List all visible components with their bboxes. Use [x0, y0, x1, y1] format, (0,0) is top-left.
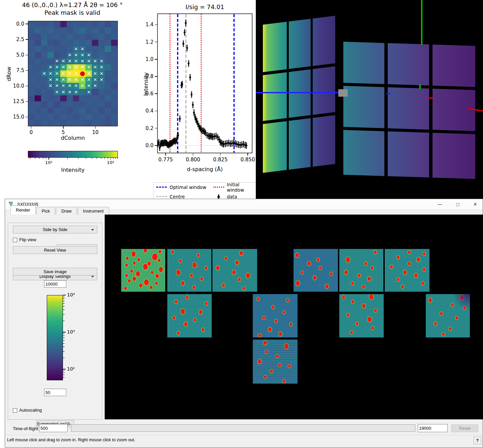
- y-tick-label: 2.5: [10, 36, 24, 42]
- chevron-down-icon: [91, 276, 94, 278]
- x-tick-label: 0.775: [156, 157, 175, 163]
- heatmap-cell: [73, 107, 79, 114]
- isig-plot-canvas[interactable]: [157, 13, 252, 153]
- peak-spot: [158, 259, 161, 262]
- legend-sample-dotted: [213, 185, 224, 190]
- heatmap-cell: [28, 64, 35, 70]
- heatmap-cell: [105, 101, 111, 107]
- heatmap-cell: ✕: [85, 89, 92, 95]
- instrument-3d-view[interactable]: [256, 0, 483, 199]
- heatmap-cell: [85, 34, 92, 40]
- sample-block: [338, 89, 348, 97]
- peak-spot: [258, 359, 261, 364]
- scale-max-input[interactable]: 10000: [44, 280, 66, 288]
- peak-spot: [128, 279, 131, 283]
- colorbar-tick-label: 10¹: [40, 160, 57, 165]
- heatmap-cell: [85, 101, 92, 107]
- tof-end-input[interactable]: 19000: [418, 424, 448, 432]
- colorbar-minor-tick: [101, 158, 101, 159]
- heatmap-cell: [28, 27, 35, 33]
- peak-spot: [284, 344, 288, 349]
- peak-spot: [358, 274, 360, 277]
- legend-item: Optimal window: [156, 182, 213, 193]
- heatmap-canvas[interactable]: ✕✕✕✕✕✕✕✕✕✕✕✕✕✕✕✕✕✕✕✕✕✕✕✕✕✕✕✕✕✕✕✕✕✕✕✕✕✕✕✕…: [28, 21, 118, 126]
- colorbar-minor-tick: [86, 158, 86, 159]
- heatmap-cell: [47, 21, 54, 27]
- heatmap-cell: [105, 46, 111, 52]
- heatmap-cell: [105, 89, 111, 95]
- peak-spot: [296, 281, 300, 286]
- save-image-button[interactable]: Save image: [13, 268, 97, 276]
- peak-spot: [190, 274, 193, 277]
- heatmap-cell: [105, 34, 111, 40]
- heatmap-cell: [41, 52, 47, 58]
- detector-render-canvas[interactable]: [105, 215, 483, 419]
- peak-spot: [371, 326, 374, 330]
- y-tick-label: 0.0: [10, 21, 24, 27]
- peak-spot: [125, 274, 128, 277]
- heatmap-cell: [105, 40, 111, 46]
- x-tick: [165, 153, 166, 156]
- data-point: [177, 134, 179, 136]
- heatmap-cell: [54, 101, 60, 107]
- tof-label: Time-of-flight: [13, 426, 38, 431]
- heatmap-cell: ✕: [60, 58, 67, 64]
- heatmap-cell: [73, 95, 79, 101]
- detector-panel: [339, 294, 384, 338]
- heatmap-cell: [79, 107, 85, 114]
- heatmap-cell: [111, 89, 117, 95]
- reset-view-button[interactable]: Reset View: [13, 246, 97, 254]
- scale-colorbar-major-tick: [63, 332, 66, 332]
- peak-spot: [272, 306, 274, 309]
- heatmap-cell: [105, 58, 111, 64]
- heatmap-cell: [54, 34, 60, 40]
- tab-pick[interactable]: Pick: [36, 207, 56, 215]
- heatmap-cell: [28, 95, 35, 101]
- heatmap-cell: [41, 114, 47, 120]
- heatmap-cell: ✕: [54, 89, 60, 95]
- colorbar-minor-tick: [97, 158, 97, 159]
- heatmap-cell: [105, 114, 111, 120]
- heatmap-cell: [35, 27, 41, 33]
- y-tick: [26, 70, 28, 71]
- y-tick: [26, 86, 28, 87]
- heatmap-cell: ✕: [98, 64, 105, 70]
- minimize-button[interactable]: —: [432, 199, 448, 210]
- heatmap-cell: [35, 120, 41, 126]
- scale-min-input[interactable]: 50: [44, 389, 66, 396]
- y-tick: [155, 145, 157, 146]
- help-button[interactable]: ?: [474, 437, 481, 444]
- autoscaling-checkbox[interactable]: [13, 408, 17, 413]
- heatmap-cell: ✕: [92, 64, 98, 70]
- flip-view-checkbox[interactable]: [13, 238, 17, 242]
- heatmap-cell: ✕: [98, 70, 105, 76]
- tof-slider[interactable]: [71, 424, 415, 432]
- heatmap-cell: [67, 95, 73, 101]
- heatmap-cell: ✕: [92, 58, 98, 64]
- scale-colorbar-minor-tick: [63, 358, 65, 358]
- tof-start-input[interactable]: 500: [39, 424, 68, 432]
- tof-reset-button[interactable]: Reset: [451, 424, 478, 432]
- heatmap-cell: [92, 107, 98, 114]
- heatmap-cell: ✕: [60, 77, 67, 83]
- heatmap-cell: [67, 40, 73, 46]
- maximize-button[interactable]: □: [450, 199, 465, 210]
- heatmap-cell: [41, 77, 47, 83]
- tab-instrument[interactable]: Instrument: [78, 207, 109, 215]
- peak-spot: [136, 271, 140, 277]
- heatmap-cell: [111, 27, 117, 33]
- scale-colorbar-minor-tick: [63, 338, 65, 338]
- data-point: [158, 141, 160, 143]
- close-button[interactable]: ✕: [468, 199, 483, 210]
- heatmap-cell: [28, 101, 35, 107]
- view-mode-combobox[interactable]: Side by Side: [13, 226, 97, 233]
- colorbar-minor-tick: [104, 158, 105, 159]
- tab-draw[interactable]: Draw: [56, 207, 77, 215]
- heatmap-cell: [73, 34, 79, 40]
- heatmap-cell: [111, 120, 117, 126]
- detector-panel: [167, 249, 211, 292]
- heatmap-cell: ✕: [47, 77, 54, 83]
- data-point: [228, 142, 230, 144]
- tab-render[interactable]: Render: [10, 205, 36, 215]
- heatmap-cell: [85, 46, 92, 52]
